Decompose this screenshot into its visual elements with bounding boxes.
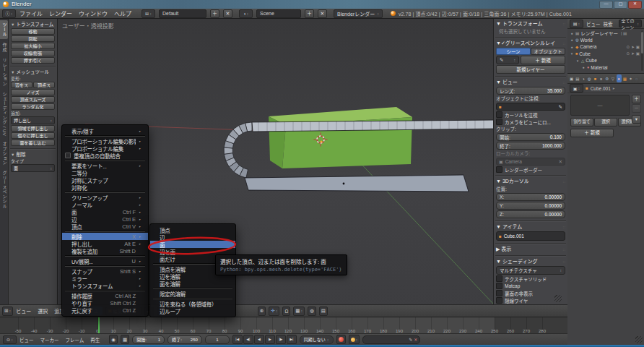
menu-item[interactable]: 辺Ctrl E‣ (62, 215, 148, 223)
value-slider[interactable]: レンズ:35.000 (496, 87, 565, 95)
world-tab[interactable]: ◍ (587, 74, 592, 82)
outliner-scrollbar[interactable] (641, 30, 643, 71)
menu-item[interactable]: プロポーショナル編集‣ (62, 145, 148, 152)
particles-tab[interactable]: ✶ (628, 74, 633, 82)
outliner-row-World[interactable]: ●◍World (567, 37, 644, 44)
gp-draw-mode-dropdown[interactable]: ✎ ↕ (496, 56, 519, 64)
menu-item[interactable]: 限定的溶解 (150, 290, 235, 297)
selectability-icon[interactable]: ➤ (631, 51, 635, 56)
screen-layout-icon-button[interactable]: ⊞↕ (142, 9, 155, 18)
manipulator-toggle-button[interactable]: ⊕ (258, 307, 266, 316)
current-frame-field[interactable]: 1 (205, 335, 230, 344)
render-layers-tab[interactable]: ▤ (575, 74, 580, 82)
playback-button[interactable]: |▶ (276, 335, 286, 344)
n-panel-header[interactable]: ▼ アイテム∷ (496, 223, 565, 231)
outliner-display-dropdown[interactable]: 全てのシーン↕ (619, 20, 643, 27)
menu-item[interactable]: 二等分 (62, 169, 148, 176)
keying-filter-toggle[interactable]: ▦ (121, 335, 129, 344)
material-action-button[interactable]: 割り当て (570, 118, 593, 127)
redo-type-dropdown[interactable]: 面↕ (11, 164, 55, 172)
shading-mode-dropdown[interactable]: マルチテクスチャ↕ (496, 266, 565, 275)
editor-type-3dview-button[interactable]: ⊞↕ (2, 307, 13, 316)
menu-item[interactable]: 辺を束ねる（各領域毎） (150, 300, 235, 307)
delete-scene-button[interactable]: ✕ (318, 9, 327, 18)
tool-button[interactable]: 頂点ス (33, 82, 55, 88)
object-tab[interactable]: ■ (593, 74, 598, 82)
add-scene-button[interactable]: ＋ (305, 9, 314, 18)
n-panel-header[interactable]: ▶ 表示∷ (496, 246, 565, 253)
n-panel-header[interactable]: ▼ ビュー∷ (496, 79, 565, 86)
menu-item[interactable]: やり直すShift Ctrl Z (62, 299, 148, 307)
playback-button[interactable]: ▶ (265, 335, 275, 344)
filmstrip-bend[interactable] (224, 122, 252, 178)
tool-button[interactable]: 押す/引く (11, 57, 55, 64)
filmstrip-top-band[interactable] (252, 120, 495, 132)
manipulator-translate-button[interactable]: ✛↕ (269, 307, 279, 316)
texture-tab[interactable]: ▦ (622, 74, 627, 82)
editor-type-info-button[interactable]: ⓘ↕ (2, 9, 16, 18)
sync-mode-dropdown[interactable]: 同期しない↕ (300, 335, 334, 344)
opengl-render-anim-button[interactable]: ▤ (319, 307, 328, 316)
viewport-menu-item[interactable]: 選択 (38, 309, 48, 314)
delete-layout-button[interactable]: ✕ (223, 9, 232, 18)
gp-new-button[interactable]: ＋ 新規 (521, 56, 565, 64)
timeline-strip[interactable]: -50-40-30-20-100102030405060708090100110… (0, 317, 567, 333)
n-panel-header[interactable]: ▼ シェーディング∷ (496, 258, 565, 265)
n-panel-header[interactable]: ▼ 3Dカーソル∷ (496, 178, 565, 185)
outliner-menu-item[interactable]: 検索 (604, 22, 613, 27)
renderability-icon[interactable]: ▣ (636, 45, 640, 49)
tool-button[interactable]: 収縮/膨張 (11, 50, 55, 56)
menu-item[interactable]: 操作履歴Ctrl Alt Z (62, 292, 148, 299)
menu-item[interactable]: 面Ctrl F‣ (62, 208, 148, 215)
shelf-tab-4[interactable]: オプション (0, 140, 8, 168)
tool-button[interactable]: ノイズ (11, 89, 55, 95)
menu-item[interactable]: 対称化 (62, 184, 148, 191)
tool-button[interactable]: 移動 (11, 28, 55, 35)
snap-element-dropdown[interactable]: ▦↕ (293, 307, 305, 316)
n-panel-header[interactable]: ▼ ✓グリースペンシルレイ∷ (496, 40, 565, 47)
breadcrumb-object-name[interactable]: Cube.001 (591, 86, 611, 91)
scene-icon-button[interactable]: ◑↕ (239, 9, 253, 18)
visibility-icon[interactable]: ⊙ (627, 51, 630, 56)
menu-item[interactable]: クリーンアップ‣ (62, 194, 148, 201)
value-slider[interactable]: X:0.00000 (496, 193, 565, 201)
current-frame-playhead[interactable] (98, 317, 100, 333)
menu-item[interactable]: ヘルプ (114, 11, 131, 17)
menu-item[interactable]: ミラー‣ (62, 275, 148, 282)
snap-toggle-button[interactable]: Ω (282, 307, 290, 316)
value-slider[interactable]: 終了:1000.000 (496, 142, 565, 150)
menu-item[interactable]: 辺 (150, 234, 235, 241)
auto-keyframe-button[interactable] (336, 335, 346, 344)
editor-type-properties-button[interactable]: ▣↕ (570, 84, 583, 93)
panel-header-redo-delete[interactable]: ▼削除 (11, 151, 55, 158)
shelf-tab-0[interactable]: ツール (0, 20, 8, 39)
object-name-field[interactable]: ■Cube.001 (496, 231, 565, 241)
n-panel-header[interactable]: ▼ トランスフォーム∷ (496, 20, 565, 27)
menu-item[interactable]: 面 (150, 241, 235, 248)
opengl-render-button[interactable]: ◍ (308, 307, 316, 316)
tool-button[interactable]: 頂点スムーズ (11, 96, 55, 103)
active-keying-set-field[interactable]: ✎ ✕ (362, 335, 420, 344)
keying-set-dropdown[interactable]: ↕ (349, 335, 360, 344)
minimize-button[interactable]: — (599, 1, 613, 9)
editor-type-outliner-button[interactable]: ▤↕ (570, 20, 583, 28)
scene-field[interactable]: Scene (256, 9, 301, 18)
checkbox-テクスチャソリッド[interactable]: テクスチャソリッド (496, 275, 565, 282)
menu-item[interactable]: 重複頂点の自動結合 (62, 152, 148, 159)
region-resize-grip[interactable] (554, 295, 562, 302)
menu-item[interactable]: 削除X‣ (62, 233, 148, 240)
material-action-button[interactable]: 選択 (594, 118, 617, 127)
menu-item[interactable]: 辺ループ (150, 307, 235, 314)
menu-item[interactable]: 元に戻すCtrl Z (62, 307, 148, 314)
close-button[interactable]: ✕ (628, 1, 642, 9)
menu-item[interactable]: スナップShift S‣ (62, 267, 148, 275)
tool-button[interactable]: ランダム化 (11, 103, 55, 110)
menu-item[interactable]: 対称にスナップ (62, 176, 148, 184)
add-layout-button[interactable]: ＋ (210, 9, 219, 18)
local-camera-field[interactable]: ▣Camera✕ (496, 158, 565, 166)
tool-button[interactable]: 辺をス (11, 82, 32, 88)
tool-button[interactable]: 回転 (11, 35, 55, 42)
outliner-row-Cube[interactable]: ▾■Cube⊙➤▣ (567, 51, 644, 58)
visibility-icon[interactable]: ⊙ (627, 45, 630, 49)
checkbox-カメラをビューにロ...[interactable]: カメラをビューにロ... (496, 119, 565, 125)
